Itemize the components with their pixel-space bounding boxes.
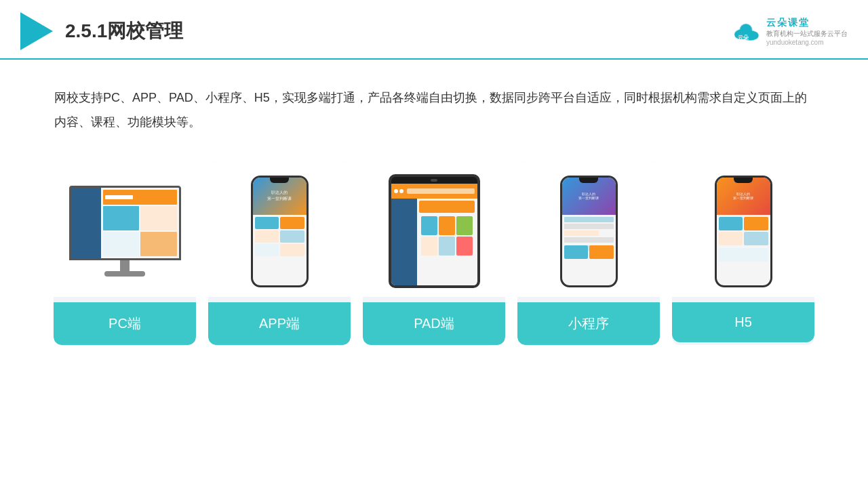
card-h5-label: H5 xyxy=(672,302,814,342)
brand-text: 云朵课堂 教育机构一站式服务云平台 yunduoketang.com xyxy=(766,17,848,46)
card-h5: 职达人的第一堂判断课 H5 xyxy=(672,161,814,345)
h5-banner: 职达人的第一堂判断课 xyxy=(717,178,770,215)
svg-text:云朵: 云朵 xyxy=(738,35,749,41)
pc-monitor-icon xyxy=(69,186,181,277)
description-section: 网校支持PC、APP、PAD、小程序、H5，实现多端打通，产品各终端自由切换，数… xyxy=(0,60,868,148)
tablet-screen xyxy=(391,184,477,285)
card-app-image: 职达人的第一堂判断课 xyxy=(208,161,351,297)
tablet-header xyxy=(391,184,477,199)
cloud-icon: 云朵 xyxy=(730,20,762,42)
card-pc: PC端 xyxy=(54,161,196,345)
miniapp-banner: 职达人的第一堂判断课 xyxy=(562,178,616,215)
card-pad: PAD端 xyxy=(363,161,505,345)
header-left: 2.5.1网校管理 xyxy=(20,12,183,50)
logo-triangle-icon xyxy=(20,12,53,50)
h5-phone-icon: 职达人的第一堂判断课 xyxy=(715,176,772,287)
h5-notch xyxy=(734,178,753,183)
card-app: 职达人的第一堂判断课 APP端 xyxy=(208,161,351,345)
card-pc-image xyxy=(54,161,196,297)
tablet-body xyxy=(389,174,480,288)
card-h5-image: 职达人的第一堂判断课 xyxy=(672,161,814,297)
brand-logo: 云朵 云朵课堂 教育机构一站式服务云平台 yunduoketang.com xyxy=(730,17,848,46)
brand-name-text: 云朵课堂 xyxy=(766,17,810,29)
app-phone-icon: 职达人的第一堂判断课 xyxy=(251,176,309,287)
card-miniapp: 职达人的第一堂判断课 小程序 xyxy=(517,161,660,345)
brand-slogan-text: 教育机构一站式服务云平台 xyxy=(766,29,848,39)
tablet-camera xyxy=(431,179,437,182)
card-app-label: APP端 xyxy=(208,302,351,345)
miniapp-body xyxy=(562,215,616,253)
page-title: 2.5.1网校管理 xyxy=(65,18,183,44)
phone-screen: 职达人的第一堂判断课 xyxy=(253,178,307,285)
phone-notch xyxy=(270,178,289,183)
cards-container: PC端 职达人的第一堂判断课 xyxy=(0,148,868,365)
brand-section: 云朵 云朵课堂 教育机构一站式服务云平台 yunduoketang.com xyxy=(730,17,848,46)
card-miniapp-label: 小程序 xyxy=(517,302,660,345)
tablet-content xyxy=(391,184,477,285)
phone-body: 职达人的第一堂判断课 xyxy=(251,176,309,287)
card-miniapp-image: 职达人的第一堂判断课 xyxy=(517,161,660,297)
brand-url-text: yunduoketang.com xyxy=(766,39,824,46)
card-pad-label: PAD端 xyxy=(363,302,505,345)
tablet-icon xyxy=(389,174,480,288)
miniapp-screen: 职达人的第一堂判断课 xyxy=(562,178,616,285)
miniapp-phone-icon: 职达人的第一堂判断课 xyxy=(560,176,618,287)
header: 2.5.1网校管理 云朵 云朵课堂 教育机构一站式服务云平台 yunduoket… xyxy=(0,0,868,60)
monitor-screen xyxy=(69,186,181,260)
description-text: 网校支持PC、APP、PAD、小程序、H5，实现多端打通，产品各终端自由切换，数… xyxy=(54,85,814,134)
h5-screen: 职达人的第一堂判断课 xyxy=(717,178,770,285)
h5-body xyxy=(717,215,770,264)
card-pad-image xyxy=(363,161,505,297)
card-pc-label: PC端 xyxy=(54,302,196,345)
